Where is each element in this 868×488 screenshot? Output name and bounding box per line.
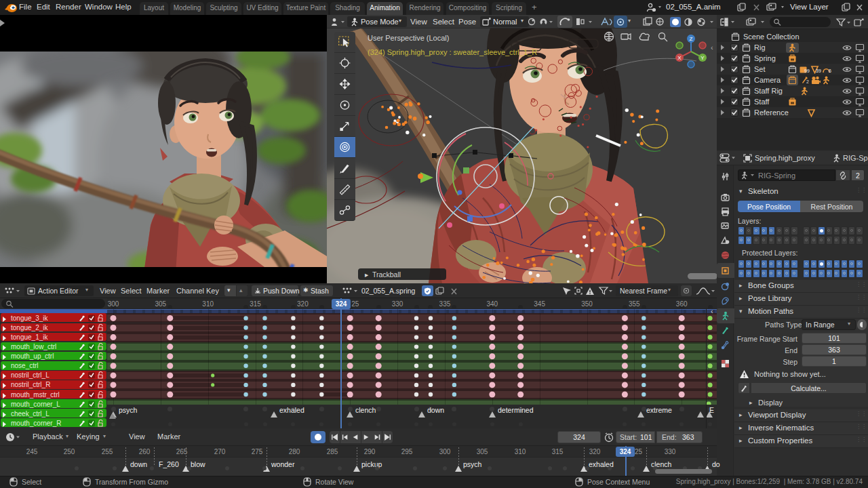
svg-text:Z: Z — [690, 36, 693, 42]
svg-text:X: X — [677, 55, 682, 61]
svg-text:Y: Y — [701, 55, 705, 61]
